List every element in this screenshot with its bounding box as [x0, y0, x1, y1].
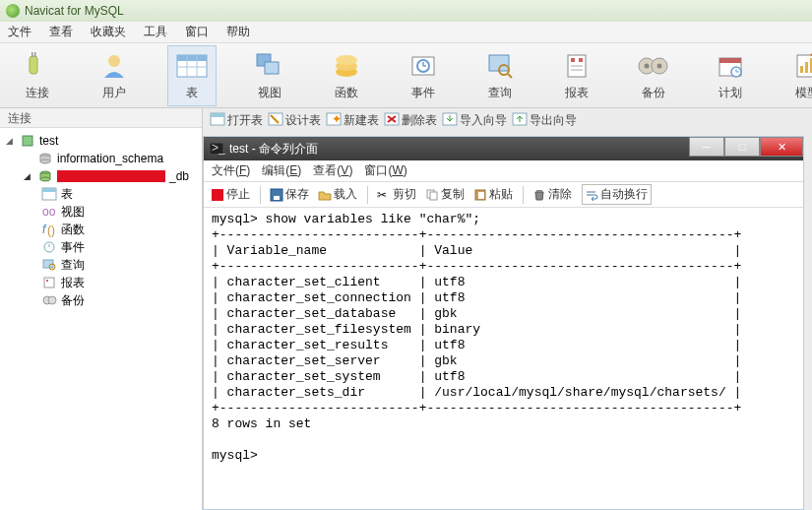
copy-icon: [426, 189, 438, 201]
new-table-button[interactable]: ✦新建表: [327, 112, 379, 129]
ribbon-function[interactable]: 函数: [323, 46, 370, 105]
clipboard-icon: [474, 189, 486, 201]
menu-favorites[interactable]: 收藏夹: [91, 24, 126, 40]
copy-button[interactable]: 复制: [426, 186, 465, 203]
ribbon-toolbar: 连接 用户 表 视图 函数 事件 查询 报表 备份 计划 模型: [0, 43, 812, 108]
ribbon-report[interactable]: 报表: [553, 46, 600, 105]
open-table-button[interactable]: 打开表: [211, 112, 263, 129]
clear-button[interactable]: 清除: [533, 186, 572, 203]
menu-tools[interactable]: 工具: [144, 24, 167, 40]
ribbon-event-label: 事件: [411, 85, 435, 101]
console-menu-view[interactable]: 查看(V): [313, 162, 352, 179]
svg-text:(): (): [47, 223, 55, 237]
delete-table-button[interactable]: 删除表: [385, 112, 437, 129]
event-icon: [407, 50, 439, 82]
tree-leaf-view[interactable]: oo视图: [2, 203, 200, 221]
ribbon-model-label: 模型: [795, 85, 812, 101]
ribbon-function-label: 函数: [335, 85, 358, 101]
view-small-icon: oo: [41, 204, 57, 220]
save-button[interactable]: 保存: [271, 186, 309, 203]
tree-node-infoschema[interactable]: information_schema: [2, 150, 200, 167]
tree-leaf-table[interactable]: 表: [2, 185, 200, 203]
ribbon-view-label: 视图: [258, 85, 281, 101]
terminal-icon: >_: [210, 142, 223, 156]
expand-icon[interactable]: ◢: [24, 171, 33, 181]
ribbon-model[interactable]: 模型: [783, 46, 812, 105]
label: 导出向导: [530, 112, 577, 129]
close-button[interactable]: ✕: [760, 137, 803, 157]
console-menu-file[interactable]: 文件(F): [212, 162, 250, 179]
export-button[interactable]: 导出向导: [513, 112, 577, 129]
wrap-icon: [586, 189, 597, 201]
ribbon-table[interactable]: 表: [167, 45, 217, 106]
maximize-button[interactable]: □: [724, 137, 760, 157]
console-output[interactable]: mysql> show variables like "char%"; +---…: [204, 208, 803, 509]
console-titlebar[interactable]: >_ test - 命令列介面 ─ □ ✕: [204, 137, 803, 160]
menu-help[interactable]: 帮助: [226, 24, 250, 40]
svg-rect-56: [44, 278, 54, 287]
ribbon-schedule[interactable]: 计划: [707, 46, 754, 105]
cut-button[interactable]: ✂剪切: [378, 186, 416, 203]
tree-leaf-event[interactable]: 事件: [2, 238, 200, 256]
console-menu-window[interactable]: 窗口(W): [364, 162, 406, 179]
query-small-icon: [41, 257, 57, 273]
tree-leaf-query[interactable]: 查询: [2, 256, 200, 274]
ribbon-report-label: 报表: [565, 85, 589, 101]
svg-rect-0: [30, 56, 37, 74]
scissors-icon: ✂: [378, 189, 390, 201]
function-icon: [331, 50, 362, 82]
tree-leaf-function[interactable]: f()函数: [2, 221, 200, 238]
stop-button[interactable]: 停止: [212, 186, 250, 203]
import-button[interactable]: 导入向导: [443, 112, 507, 129]
tree-label: 查询: [61, 257, 85, 274]
menubar: 文件 查看 收藏夹 工具 窗口 帮助: [0, 22, 812, 43]
separator: [367, 186, 368, 204]
menu-window[interactable]: 窗口: [185, 24, 209, 40]
svg-rect-40: [23, 136, 32, 146]
open-icon: [211, 113, 224, 127]
svg-point-46: [40, 177, 50, 181]
ribbon-backup-label: 备份: [642, 85, 665, 101]
titlebar: Navicat for MySQL: [0, 0, 812, 22]
console-toolbar: 停止 保存 载入 ✂剪切 复制 粘贴 清除 自动换行: [204, 182, 803, 208]
tree-node-test[interactable]: ◢ test: [2, 132, 200, 150]
design-table-button[interactable]: 设计表: [269, 112, 321, 129]
plug-icon: [22, 50, 53, 82]
ribbon-user[interactable]: 用户: [91, 46, 138, 105]
expand-icon[interactable]: ◢: [6, 136, 16, 146]
ribbon-backup[interactable]: 备份: [630, 46, 677, 105]
load-button[interactable]: 载入: [319, 186, 357, 203]
ribbon-query-label: 查询: [488, 85, 512, 101]
ribbon-query[interactable]: 查询: [476, 46, 524, 105]
minimize-button[interactable]: ─: [689, 137, 724, 157]
svg-text:>_: >_: [212, 141, 225, 155]
navicat-logo-icon: [6, 4, 20, 18]
tree-node-redacted-db[interactable]: ◢ _db: [2, 167, 200, 185]
paste-button[interactable]: 粘贴: [474, 186, 513, 203]
console-menu-edit[interactable]: 编辑(E): [262, 162, 301, 179]
database-icon: [37, 151, 53, 166]
menu-file[interactable]: 文件: [8, 24, 31, 40]
console-title-text: test - 命令列介面: [229, 141, 318, 158]
tree-leaf-backup[interactable]: 备份: [2, 291, 200, 309]
svg-rect-2: [34, 52, 36, 57]
report-small-icon: [41, 275, 57, 290]
console-menubar: 文件(F) 编辑(E) 查看(V) 窗口(W): [204, 160, 803, 182]
wrap-toggle[interactable]: 自动换行: [582, 184, 652, 205]
connection-tree[interactable]: ◢ test information_schema ◢ _db 表 oo视图 f…: [0, 128, 202, 510]
label: 新建表: [344, 112, 379, 129]
ribbon-view[interactable]: 视图: [246, 46, 293, 105]
tree-label: 备份: [61, 292, 85, 309]
svg-rect-5: [177, 55, 207, 61]
svg-line-20: [508, 74, 512, 78]
svg-rect-31: [719, 58, 741, 63]
svg-rect-80: [536, 190, 542, 192]
ribbon-event[interactable]: 事件: [400, 46, 447, 105]
ribbon-schedule-label: 计划: [718, 85, 742, 101]
tree-leaf-report[interactable]: 报表: [2, 274, 200, 291]
svg-rect-1: [31, 52, 33, 57]
menu-view[interactable]: 查看: [49, 24, 73, 40]
delete-icon: [385, 113, 399, 127]
sidebar: 连接 ◢ test information_schema ◢ _db 表 oo视…: [0, 108, 203, 510]
ribbon-connect[interactable]: 连接: [14, 46, 61, 105]
